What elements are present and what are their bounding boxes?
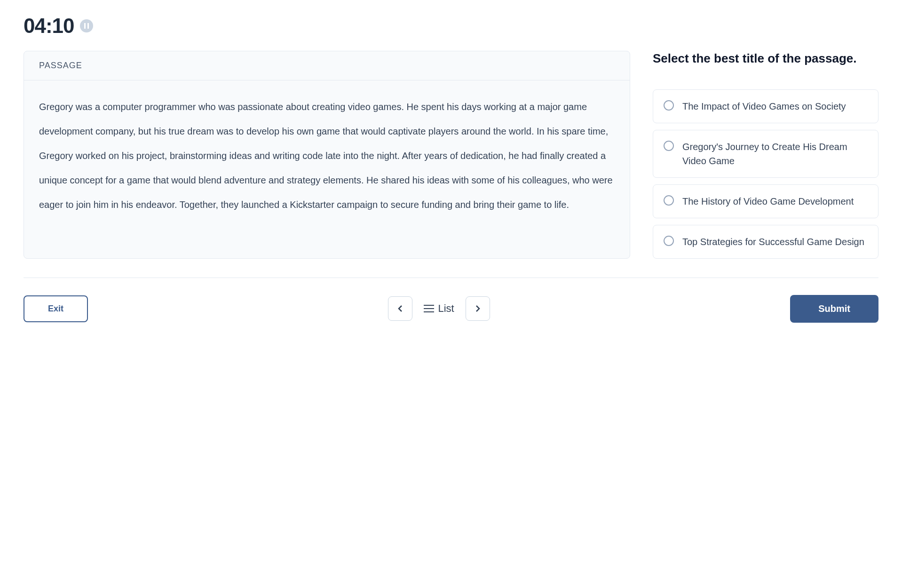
list-label: List [438, 302, 454, 315]
timer-display: 04:10 [24, 14, 74, 38]
option-label: The Impact of Video Games on Society [682, 99, 846, 113]
svg-rect-1 [87, 23, 89, 29]
question-prompt: Select the best title of the passage. [653, 51, 878, 67]
radio-icon [664, 236, 674, 246]
option-label: The History of Video Game Development [682, 194, 854, 208]
list-icon [424, 304, 434, 313]
question-panel: Select the best title of the passage. Th… [653, 51, 878, 259]
passage-panel: PASSAGE Gregory was a computer programme… [24, 51, 630, 259]
passage-header: PASSAGE [24, 51, 630, 80]
radio-icon [664, 141, 674, 151]
next-button[interactable] [466, 296, 490, 321]
radio-icon [664, 100, 674, 111]
nav-group: List [388, 296, 490, 321]
chevron-right-icon [474, 305, 482, 312]
pause-icon [84, 23, 89, 29]
chevron-left-icon [396, 305, 404, 312]
option-label: Gregory's Journey to Create His Dream Vi… [682, 140, 868, 168]
list-button[interactable]: List [421, 299, 457, 318]
divider [24, 278, 878, 278]
pause-button[interactable] [80, 19, 93, 32]
svg-rect-0 [84, 23, 86, 29]
submit-button[interactable]: Submit [790, 295, 878, 323]
exit-button[interactable]: Exit [24, 295, 88, 322]
option-1[interactable]: Gregory's Journey to Create His Dream Vi… [653, 130, 878, 178]
prev-button[interactable] [388, 296, 412, 321]
passage-body: Gregory was a computer programmer who wa… [24, 80, 630, 231]
option-2[interactable]: The History of Video Game Development [653, 184, 878, 218]
option-label: Top Strategies for Successful Game Desig… [682, 235, 864, 249]
option-0[interactable]: The Impact of Video Games on Society [653, 89, 878, 123]
options-list: The Impact of Video Games on Society Gre… [653, 89, 878, 259]
radio-icon [664, 195, 674, 206]
option-3[interactable]: Top Strategies for Successful Game Desig… [653, 225, 878, 259]
